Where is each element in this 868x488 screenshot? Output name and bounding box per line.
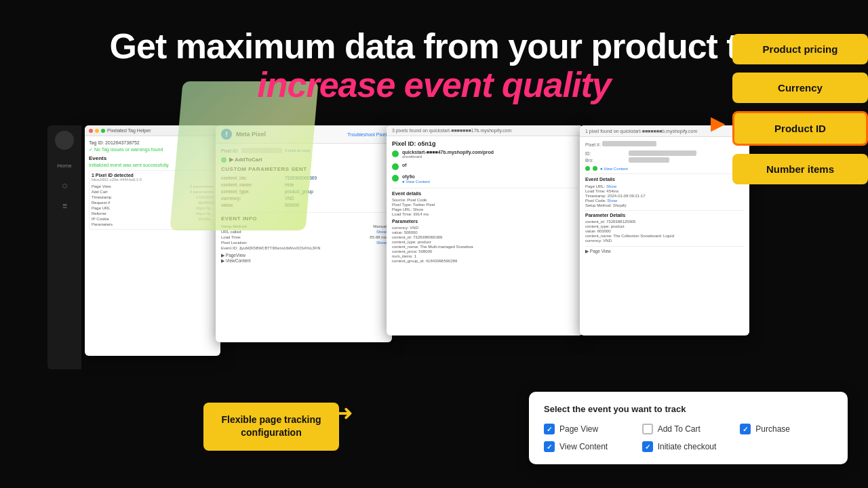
checkbox-label: Initiate checkout xyxy=(658,442,717,451)
event-checkbox-item[interactable]: Initiate checkout xyxy=(642,441,735,452)
green-dot-2 xyxy=(593,166,597,171)
checkbox-label: Page View xyxy=(559,424,598,434)
product-id-button[interactable]: Product ID xyxy=(732,111,868,146)
timestamp-ed4: Timestamp: 2024-01-08 09:21:17 xyxy=(585,193,744,198)
pixel-item-2: of xyxy=(392,163,578,170)
product-pricing-button[interactable]: Product pricing xyxy=(732,34,868,64)
pixel-item-3: ofy9o ● View Content xyxy=(392,174,578,184)
event-id-row: Event ID: JjyuMZRSBWCBTT3I6smsUbWvxXOSAY… xyxy=(221,245,387,251)
flexible-label: Flexible page tracking configuration xyxy=(203,403,339,451)
panel-twitter-body: Pixel ID: o5n1g quickstart-■■■■47b.mysho… xyxy=(387,136,583,267)
checkbox-checked[interactable] xyxy=(642,441,653,452)
setup-method-ed4: Setup Method: Shopify xyxy=(585,203,744,207)
collage-area: Pixelated Tag Helper Tag ID: 20126437387… xyxy=(47,125,712,430)
event-tracking-panel: Select the event you want to track Page … xyxy=(529,392,848,464)
shopify-icon xyxy=(55,131,74,150)
panel-quickstart: 1 pixel found on quickstart-■■■■■■■b.mys… xyxy=(580,125,749,336)
product-id-arrow: ▶ xyxy=(711,112,726,134)
panel-quickstart-body: Pixel #: ID: Bro: ● View Content Event D… xyxy=(580,137,749,258)
checkbox-checked[interactable] xyxy=(544,441,555,452)
view-content-btn[interactable]: ● View Content xyxy=(402,180,430,184)
pixel-item-1: quickstart-■■■■47b.myshopify.com/prod sn… xyxy=(392,150,578,159)
green-dots-row: ● View Content xyxy=(585,166,744,171)
right-buttons-container: Product pricing Currency Product ID Numb… xyxy=(732,34,868,184)
checkbox-label: Purchase xyxy=(755,424,790,434)
currency-button[interactable]: Currency xyxy=(732,73,868,103)
dot-yellow xyxy=(95,129,99,133)
page-view-row-4: ▶ Page View xyxy=(585,246,744,254)
pixel-green-dot-2 xyxy=(392,163,399,170)
number-items-button[interactable]: Number items xyxy=(732,154,868,184)
checkbox-unchecked[interactable] xyxy=(642,424,653,434)
event-checkbox-item[interactable]: Purchase xyxy=(740,424,833,434)
browser-blur xyxy=(629,157,669,163)
event-panel-title: Select the event you want to track xyxy=(544,404,833,414)
param-details-4: Parameter Details content_id: 7326388125… xyxy=(585,210,744,243)
checkbox-label: Add To Cart xyxy=(658,424,701,434)
sidebar-nav-1: ⬡ xyxy=(47,176,81,196)
green-dot-1 xyxy=(585,166,590,171)
event-checkboxes-grid: Page ViewAdd To CartPurchaseView Content… xyxy=(544,424,833,452)
load-time-ed4: Load Time: 454ms xyxy=(585,188,744,193)
page-view-link[interactable]: ▶ PageView xyxy=(221,253,387,258)
twitter-pixel-id: Pixel ID: o5n1g xyxy=(392,140,578,147)
pixel-blur xyxy=(602,141,656,146)
load-time-row: Load Time:85.68 ms xyxy=(221,235,387,240)
pixel-location-row: Pixel Location:Show xyxy=(221,240,387,245)
page-url-ed4: Page URL: Show xyxy=(585,184,744,188)
checkbox-checked[interactable] xyxy=(740,424,751,434)
params-subsection: Parameters currency: VND value: 508000 c… xyxy=(392,219,578,263)
id-row: ID: xyxy=(585,150,744,157)
event-checkbox-item[interactable]: Page View xyxy=(544,424,637,434)
event-checkbox-item[interactable]: View Content xyxy=(544,441,637,452)
dot-green xyxy=(101,129,105,133)
pixel-id-section: Pixel #: xyxy=(585,141,744,147)
pixel-code-ed4: Pixel Code: Show xyxy=(585,198,744,203)
browser-row: Bro: xyxy=(585,157,744,163)
flexible-arrow: ➜ xyxy=(335,400,353,426)
checkbox-checked[interactable] xyxy=(544,424,555,434)
event-checkbox-item[interactable]: Add To Cart xyxy=(642,424,735,434)
view-content-btn2[interactable]: ● View Content xyxy=(600,167,628,171)
view-content-link[interactable]: ▶ ViewContent xyxy=(221,258,387,264)
event-details-section: Event details Source: Pixel Code Pixel T… xyxy=(392,188,578,263)
panel-twitter-header: 3 pixels found on quickstart-■■■■■■■17b.… xyxy=(387,125,583,136)
pixel-green-dot-3 xyxy=(392,175,399,182)
troubleshoot-link[interactable]: Troubleshoot Pixel xyxy=(347,132,387,137)
sidebar-home[interactable]: Home xyxy=(47,155,81,176)
pixel-green-dot-1 xyxy=(392,150,399,157)
id-blur xyxy=(629,150,696,156)
checkbox-label: View Content xyxy=(559,442,608,451)
event-details-4: Event Details Page URL: Show Load Time: … xyxy=(585,174,744,207)
dot-red xyxy=(89,129,93,133)
shopify-sidebar: Home ⬡ ☰ xyxy=(47,125,81,369)
sidebar-nav-2: ☰ xyxy=(47,196,81,216)
panel-twitter-pixel: 3 pixels found on quickstart-■■■■■■■17b.… xyxy=(387,125,583,336)
panel-tag-helper-title: Pixelated Tag Helper xyxy=(107,128,151,133)
